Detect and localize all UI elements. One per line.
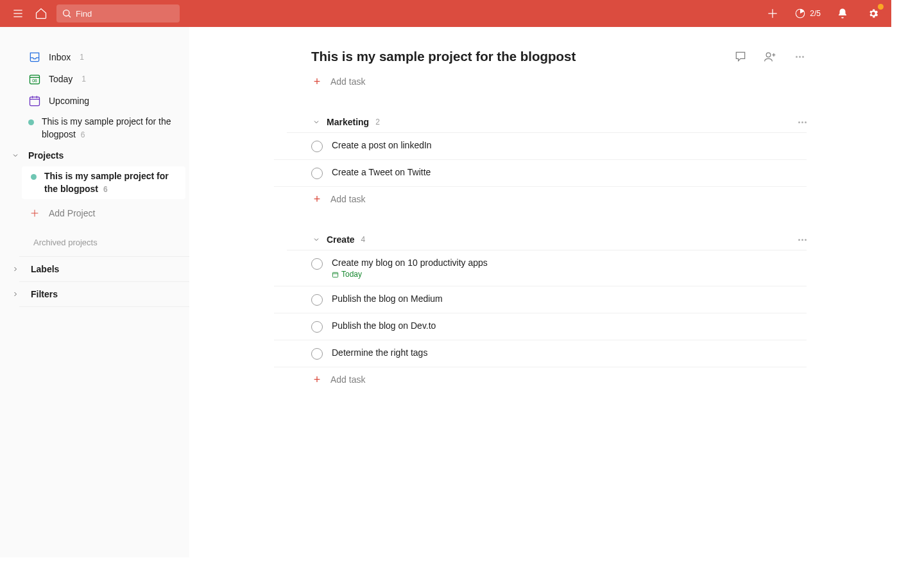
notifications-icon[interactable] xyxy=(834,4,851,22)
sidebar-filters-label: Filters xyxy=(31,289,58,299)
task-title: Create my blog on 10 productivity apps xyxy=(332,258,488,268)
task-title: Create a Tweet on Twitte xyxy=(332,167,431,177)
search-icon xyxy=(62,8,72,19)
task-row[interactable]: Determine the right tags xyxy=(274,340,807,367)
chevron-right-icon xyxy=(10,264,21,274)
sidebar: Inbox 1 08 Today 1 Upcoming This is my s… xyxy=(0,27,189,557)
sidebar-projects-header-label: Projects xyxy=(28,150,64,161)
sidebar-inbox-count: 1 xyxy=(80,53,84,62)
plus-icon xyxy=(28,207,41,220)
svg-rect-11 xyxy=(30,97,40,105)
chevron-down-icon[interactable] xyxy=(311,117,321,127)
add-icon[interactable] xyxy=(764,4,782,22)
task-row[interactable]: Create a post on linkedIn xyxy=(274,133,807,160)
chevron-right-icon xyxy=(10,289,21,299)
comments-icon[interactable] xyxy=(733,49,748,64)
section-title[interactable]: Marketing xyxy=(327,117,369,127)
main-content: This is my sample project for the blogpo… xyxy=(189,27,891,557)
svg-point-20 xyxy=(766,53,771,57)
sidebar-project-item[interactable]: This is my sample project for the blogpo… xyxy=(22,166,185,199)
task-checkbox[interactable] xyxy=(311,294,323,306)
chevron-down-icon xyxy=(10,150,21,161)
sidebar-projects-header[interactable]: Projects xyxy=(19,144,189,166)
section-more-icon[interactable] xyxy=(798,121,807,123)
settings-icon[interactable] xyxy=(864,4,882,22)
section-more-icon[interactable] xyxy=(798,239,807,241)
section-count: 2 xyxy=(375,118,380,127)
plus-icon: + xyxy=(311,193,323,205)
sidebar-today-count: 1 xyxy=(81,74,86,83)
sidebar-upcoming-label: Upcoming xyxy=(49,96,89,106)
svg-rect-23 xyxy=(332,272,338,277)
sidebar-today[interactable]: 08 Today 1 xyxy=(19,68,189,90)
task-title: Publish the blog on Dev.to xyxy=(332,320,436,331)
plus-icon: + xyxy=(311,76,323,87)
add-task-button-section[interactable]: + Add task xyxy=(274,367,807,392)
progress-text: 2/5 xyxy=(810,9,821,18)
add-task-button-top[interactable]: + Add task xyxy=(274,69,807,94)
progress-indicator[interactable]: 2/5 xyxy=(794,8,821,19)
task-checkbox[interactable] xyxy=(311,348,323,360)
task-title: Create a post on linkedIn xyxy=(332,140,432,150)
task-row[interactable]: Publish the blog on Medium xyxy=(274,286,807,313)
settings-notification-dot xyxy=(878,4,884,10)
sidebar-favorite-project-name: This is my sample project for the blogpo… xyxy=(42,116,171,139)
add-project-button[interactable]: Add Project xyxy=(19,202,189,225)
task-title: Publish the blog on Medium xyxy=(332,293,443,304)
svg-point-3 xyxy=(64,10,69,16)
search-input[interactable] xyxy=(76,9,175,19)
task-row[interactable]: Create a Tweet on Twitte xyxy=(274,160,807,187)
add-task-label: Add task xyxy=(330,76,365,87)
task-row[interactable]: Publish the blog on Dev.to xyxy=(274,313,807,340)
archived-projects-label[interactable]: Archived projects xyxy=(0,225,189,256)
share-icon[interactable] xyxy=(763,49,777,64)
sidebar-filters-header[interactable]: Filters xyxy=(19,281,189,307)
search-field[interactable] xyxy=(56,4,180,22)
sidebar-project-count: 6 xyxy=(103,185,108,194)
sidebar-labels-header[interactable]: Labels xyxy=(19,256,189,281)
project-header: This is my sample project for the blogpo… xyxy=(274,49,807,64)
sidebar-upcoming[interactable]: Upcoming xyxy=(19,90,189,112)
upcoming-icon xyxy=(28,94,41,107)
project-dot-icon xyxy=(28,119,34,125)
sidebar-labels-label: Labels xyxy=(31,264,59,274)
more-icon[interactable] xyxy=(792,49,807,64)
task-row[interactable]: Create my blog on 10 productivity apps T… xyxy=(274,250,807,286)
sidebar-inbox[interactable]: Inbox 1 xyxy=(19,46,189,68)
section-marketing: Marketing 2 Create a post on linkedIn Cr… xyxy=(274,117,807,211)
project-dot-icon xyxy=(31,174,37,180)
inbox-icon xyxy=(28,51,41,64)
task-checkbox[interactable] xyxy=(311,321,323,333)
project-title[interactable]: This is my sample project for the blogpo… xyxy=(311,49,733,64)
section-create: Create 4 Create my blog on 10 productivi… xyxy=(274,234,807,392)
chevron-down-icon[interactable] xyxy=(311,234,321,245)
section-count: 4 xyxy=(361,235,366,244)
add-project-label: Add Project xyxy=(49,208,95,218)
plus-icon: + xyxy=(311,374,323,385)
add-task-button-section[interactable]: + Add task xyxy=(274,187,807,211)
add-task-label: Add task xyxy=(330,194,365,204)
svg-text:08: 08 xyxy=(32,78,37,83)
sidebar-today-label: Today xyxy=(49,74,73,84)
task-checkbox[interactable] xyxy=(311,141,323,152)
progress-pie-icon xyxy=(794,8,806,19)
task-due-date: Today xyxy=(332,270,488,279)
svg-line-4 xyxy=(69,15,71,17)
sidebar-favorite-project[interactable]: This is my sample project for the blogpo… xyxy=(19,112,189,144)
sidebar-favorite-project-count: 6 xyxy=(81,130,85,139)
topbar: 2/5 xyxy=(0,0,891,27)
section-title[interactable]: Create xyxy=(327,234,355,245)
task-checkbox[interactable] xyxy=(311,258,323,270)
task-checkbox[interactable] xyxy=(311,168,323,179)
sidebar-inbox-label: Inbox xyxy=(49,52,71,62)
add-task-label: Add task xyxy=(330,374,365,385)
task-title: Determine the right tags xyxy=(332,347,427,358)
calendar-icon xyxy=(332,271,339,278)
home-icon[interactable] xyxy=(32,4,50,22)
menu-icon[interactable] xyxy=(9,4,27,22)
today-icon: 08 xyxy=(28,73,41,85)
